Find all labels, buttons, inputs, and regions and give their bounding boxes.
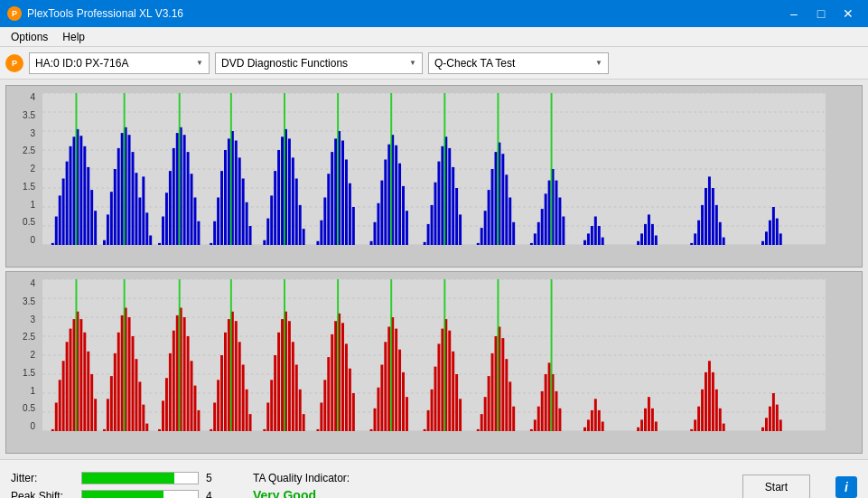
- svg-rect-314: [591, 410, 593, 431]
- svg-rect-88: [337, 93, 339, 245]
- svg-rect-10: [55, 217, 58, 246]
- svg-rect-67: [274, 171, 276, 245]
- svg-rect-61: [246, 202, 248, 245]
- svg-rect-306: [545, 374, 547, 431]
- charts-area: 4 3.5 3 2.5 2 1.5 1 0.5 0: [0, 80, 868, 459]
- svg-rect-270: [384, 342, 387, 431]
- svg-rect-26: [114, 169, 117, 245]
- svg-rect-337: [772, 393, 775, 431]
- close-button[interactable]: ✕: [835, 5, 861, 23]
- svg-rect-153: [708, 176, 711, 245]
- svg-rect-258: [331, 334, 333, 431]
- drive-dropdown[interactable]: HA:0 ID:0 PX-716A ▼: [29, 52, 210, 74]
- svg-rect-141: [602, 238, 604, 245]
- start-button[interactable]: Start: [742, 475, 810, 499]
- svg-rect-287: [455, 374, 458, 431]
- svg-rect-255: [320, 403, 322, 432]
- svg-rect-99: [406, 211, 408, 245]
- svg-rect-140: [598, 226, 601, 245]
- info-button[interactable]: i: [835, 476, 857, 498]
- svg-rect-197: [87, 352, 89, 431]
- svg-rect-199: [94, 399, 97, 431]
- bottom-chart-y-axis: 4 3.5 3 2.5 2 1.5 1 0.5 0: [6, 279, 39, 431]
- svg-rect-142: [637, 241, 639, 245]
- svg-rect-224: [191, 361, 193, 431]
- svg-rect-253: [284, 279, 285, 431]
- svg-rect-115: [484, 211, 487, 245]
- jitter-label: Jitter:: [11, 472, 74, 484]
- svg-rect-323: [655, 422, 658, 432]
- svg-rect-283: [441, 329, 443, 431]
- svg-rect-278: [424, 429, 426, 431]
- svg-rect-298: [505, 359, 508, 431]
- menu-options[interactable]: Options: [4, 29, 55, 45]
- peak-shift-value: 4: [206, 490, 217, 499]
- svg-rect-254: [316, 429, 319, 431]
- svg-rect-14: [70, 146, 72, 245]
- svg-rect-282: [437, 343, 440, 431]
- svg-rect-157: [723, 238, 725, 245]
- svg-rect-261: [341, 323, 344, 431]
- svg-rect-92: [380, 181, 383, 245]
- svg-rect-215: [158, 429, 161, 431]
- svg-rect-294: [491, 353, 494, 431]
- menu-help[interactable]: Help: [55, 29, 92, 45]
- test-dropdown[interactable]: Q-Check TA Test ▼: [428, 52, 609, 74]
- svg-rect-154: [712, 188, 714, 245]
- svg-rect-280: [431, 390, 434, 431]
- jitter-value: 5: [206, 472, 217, 484]
- svg-rect-262: [345, 343, 348, 431]
- svg-rect-97: [398, 164, 401, 245]
- svg-rect-120: [501, 154, 504, 245]
- minimize-button[interactable]: –: [781, 5, 807, 23]
- svg-rect-257: [327, 357, 330, 431]
- svg-rect-332: [719, 409, 722, 431]
- svg-rect-145: [648, 214, 650, 245]
- svg-rect-36: [149, 236, 152, 246]
- svg-rect-235: [235, 321, 238, 431]
- svg-rect-66: [270, 195, 273, 245]
- svg-rect-135: [551, 93, 553, 245]
- svg-rect-27: [117, 148, 120, 245]
- svg-rect-292: [484, 397, 487, 431]
- function-dropdown[interactable]: DVD Diagnostic Functions ▼: [215, 52, 423, 74]
- svg-rect-243: [270, 380, 273, 431]
- svg-rect-274: [398, 350, 401, 431]
- svg-rect-318: [637, 428, 639, 431]
- svg-rect-96: [395, 146, 397, 245]
- svg-rect-9: [51, 243, 54, 245]
- svg-rect-112: [443, 93, 445, 245]
- svg-rect-100: [390, 93, 392, 245]
- drive-label: HA:0 ID:0 PX-716A: [35, 57, 128, 70]
- svg-rect-125: [530, 243, 533, 245]
- svg-rect-250: [295, 365, 298, 432]
- svg-rect-71: [288, 138, 291, 245]
- y-label-1-top: 1: [30, 201, 35, 210]
- svg-rect-212: [142, 405, 145, 431]
- y-label-05-top: 0.5: [23, 218, 35, 227]
- maximize-button[interactable]: □: [808, 5, 834, 23]
- svg-rect-42: [173, 148, 175, 245]
- svg-rect-319: [640, 419, 643, 431]
- svg-rect-85: [345, 160, 348, 246]
- jitter-bar-fill: [82, 473, 174, 484]
- svg-rect-246: [281, 319, 284, 431]
- svg-rect-289: [443, 279, 445, 431]
- svg-rect-327: [701, 390, 704, 431]
- svg-rect-32: [135, 173, 137, 245]
- svg-rect-93: [384, 160, 387, 246]
- menu-bar: Options Help: [0, 27, 868, 47]
- svg-rect-63: [230, 93, 232, 245]
- peak-shift-label: Peak Shift:: [11, 490, 74, 499]
- svg-rect-48: [193, 198, 196, 246]
- svg-rect-143: [640, 233, 643, 245]
- svg-rect-126: [534, 233, 537, 245]
- svg-rect-144: [644, 224, 647, 245]
- bottom-chart-svg: 2 3 4 5 6 7 8 9 10 11 12 13 14 15: [42, 279, 826, 431]
- svg-rect-86: [349, 183, 351, 245]
- svg-rect-281: [434, 367, 437, 431]
- svg-rect-312: [583, 428, 586, 431]
- svg-rect-217: [165, 378, 168, 431]
- svg-rect-238: [246, 390, 248, 431]
- svg-rect-277: [390, 279, 392, 431]
